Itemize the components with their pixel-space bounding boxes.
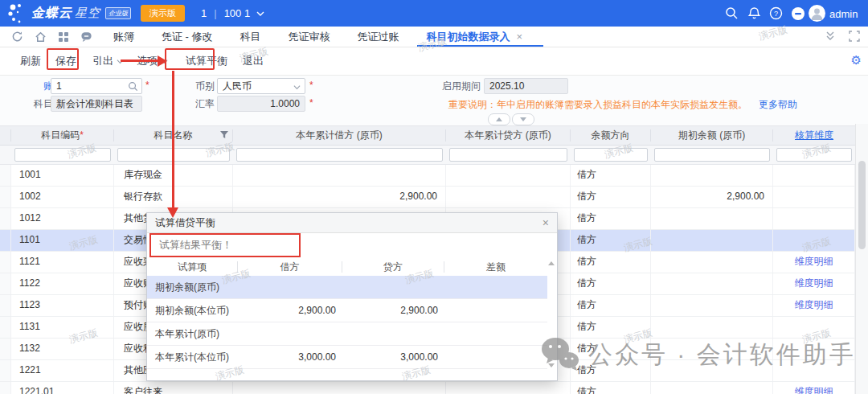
tab-accounts[interactable]: 科目	[240, 27, 261, 47]
cell-opening-balance[interactable]	[651, 295, 773, 316]
dialog-scrollbar[interactable]	[547, 260, 555, 369]
cell-code[interactable]: 1002	[11, 187, 114, 207]
cell-name[interactable]: 客户往来	[114, 382, 233, 394]
trial-balance-button[interactable]: 试算平衡	[186, 54, 227, 68]
home-icon[interactable]	[35, 31, 47, 43]
book-input[interactable]: 1	[51, 78, 142, 94]
cell-credit-ytd[interactable]	[446, 187, 571, 207]
cell-direction[interactable]: 借方	[571, 187, 651, 207]
dialog-table-row[interactable]: 期初余额(本位币)2,900.002,900.00	[147, 299, 547, 322]
currency-select[interactable]: 人民币	[217, 78, 305, 94]
dimension-detail-link[interactable]: 维度明细	[773, 273, 854, 293]
cell-opening-balance[interactable]: 2,900.00	[651, 187, 773, 207]
filter-input-credit[interactable]	[449, 148, 567, 162]
cell-opening-balance[interactable]	[651, 382, 773, 394]
filter-funnel-icon[interactable]	[220, 131, 228, 139]
cell-debit-ytd[interactable]	[233, 382, 446, 394]
cell-opening-balance[interactable]	[651, 208, 773, 229]
cell-direction[interactable]: 借方	[571, 339, 651, 359]
table-row[interactable]: 1002银行存款2,900.00借方2,900.00	[0, 187, 868, 208]
cell-opening-balance[interactable]	[651, 317, 773, 338]
filter-input-dimension[interactable]	[776, 148, 852, 162]
refresh-page-icon[interactable]	[11, 31, 23, 43]
cell-direction[interactable]: 借方	[571, 317, 651, 338]
dimension-detail-link[interactable]: 维度明细	[773, 382, 854, 394]
tab-voucher-audit[interactable]: 凭证审核	[289, 27, 330, 47]
filter-input-opening[interactable]	[654, 148, 770, 162]
more-help-link[interactable]: 更多帮助	[759, 99, 797, 110]
dialog-table-row[interactable]: 期初余额(原币)	[147, 276, 547, 299]
cell-debit-ytd[interactable]: 2,900.00	[233, 187, 446, 207]
refresh-button[interactable]: 刷新	[20, 54, 41, 68]
search-icon[interactable]	[725, 6, 739, 21]
tab-close-icon[interactable]: ×	[517, 31, 523, 43]
cell-debit-ytd[interactable]	[233, 165, 446, 186]
collapse-down-button[interactable]	[512, 113, 534, 125]
dialog-title-bar[interactable]: 试算借贷平衡 ×	[147, 213, 557, 233]
filter-input-debit[interactable]	[236, 148, 443, 162]
vertical-scrollbar[interactable]	[855, 124, 868, 394]
cell-code[interactable]: 1101	[11, 230, 114, 251]
table-row[interactable]: 1001库存现金借方	[0, 165, 868, 187]
filter-input-direction[interactable]	[574, 148, 648, 162]
notification-bell-icon[interactable]	[747, 6, 762, 21]
cell-code[interactable]: 1123	[11, 295, 114, 316]
table-row[interactable]: 1221.01客户往来借方维度明细	[0, 382, 868, 394]
dimension-detail-link[interactable]: 维度明细	[773, 252, 854, 272]
user-avatar[interactable]	[809, 5, 825, 22]
scroll-up-icon[interactable]	[548, 261, 555, 265]
lookup-search-icon[interactable]	[128, 81, 138, 92]
cell-direction[interactable]: 借方	[571, 273, 651, 294]
org-account-switcher[interactable]: 1 | 100 1	[201, 7, 265, 19]
filter-input-code[interactable]	[14, 148, 111, 162]
dialog-close-icon[interactable]: ×	[542, 216, 549, 229]
cell-code[interactable]: 1121	[11, 252, 114, 273]
cell-direction[interactable]: 借方	[571, 295, 651, 316]
save-button[interactable]: 保存	[55, 54, 76, 68]
export-button[interactable]: 引出	[92, 54, 124, 68]
settings-gear-icon[interactable]: ⚙	[851, 54, 862, 66]
help-icon[interactable]: ?	[769, 6, 784, 21]
scroll-down-icon[interactable]	[548, 363, 555, 367]
cell-code[interactable]: 1132	[11, 339, 114, 359]
exit-button[interactable]: 退出	[243, 54, 264, 68]
options-button[interactable]: 选项	[137, 54, 168, 68]
dialog-table-row[interactable]: 本年累计(原币)	[147, 322, 547, 346]
cell-direction[interactable]: 借方	[571, 208, 651, 229]
cell-code[interactable]: 1001	[11, 165, 114, 186]
fullscreen-icon[interactable]	[849, 31, 860, 42]
collapse-up-button[interactable]	[488, 113, 510, 125]
cell-code[interactable]: 1131	[11, 317, 114, 338]
message-icon[interactable]	[80, 31, 92, 43]
cell-opening-balance[interactable]	[651, 339, 773, 359]
cell-code[interactable]: 1122	[11, 273, 114, 294]
collapse-tabs-icon[interactable]	[825, 31, 836, 42]
cell-code[interactable]: 1012	[11, 208, 114, 229]
cell-direction[interactable]: 借方	[571, 252, 651, 273]
tab-initial-data-entry[interactable]: 科目初始数据录入 ×	[427, 27, 523, 47]
cell-direction[interactable]: 借方	[571, 382, 651, 394]
scrollbar-thumb[interactable]	[858, 161, 866, 249]
filter-input-name[interactable]	[117, 148, 230, 162]
cell-name[interactable]: 银行存款	[114, 187, 233, 207]
minimize-icon[interactable]	[791, 6, 805, 21]
cell-opening-balance[interactable]	[651, 273, 773, 294]
cell-opening-balance[interactable]	[651, 360, 773, 381]
username-label[interactable]: admin	[829, 8, 858, 20]
cell-direction[interactable]: 借方	[571, 230, 651, 251]
tab-voucher-post[interactable]: 凭证过账	[358, 27, 399, 47]
cell-direction[interactable]: 借方	[571, 165, 651, 186]
cell-code[interactable]: 1221	[11, 360, 114, 381]
tab-voucher-edit[interactable]: 凭证 - 修改	[162, 27, 213, 47]
cell-credit-ytd[interactable]	[446, 382, 571, 394]
tab-account-books[interactable]: 账簿	[113, 27, 134, 47]
apps-grid-icon[interactable]	[58, 31, 69, 43]
cell-opening-balance[interactable]	[651, 252, 773, 273]
cell-credit-ytd[interactable]	[446, 165, 571, 186]
dialog-table-row[interactable]: 本年累计(本位币)3,000.003,000.00	[147, 346, 547, 369]
cell-code[interactable]: 1221.01	[11, 382, 114, 394]
cell-direction[interactable]: 借方	[571, 360, 651, 381]
cell-opening-balance[interactable]	[651, 165, 773, 186]
dimension-detail-link[interactable]: 维度明细	[773, 295, 854, 315]
cell-name[interactable]: 库存现金	[114, 165, 233, 186]
